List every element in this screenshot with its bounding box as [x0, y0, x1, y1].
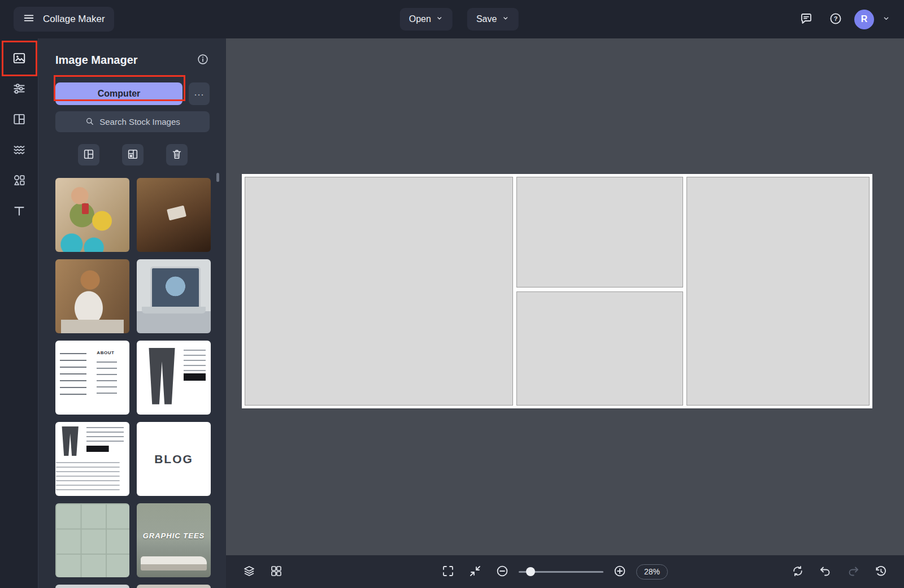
text-icon — [12, 203, 27, 220]
zoom-in-button[interactable] — [609, 561, 631, 582]
collage-cell-4[interactable] — [686, 177, 870, 406]
collage-cell-3[interactable] — [516, 291, 683, 406]
redo-button[interactable] — [842, 561, 864, 582]
save-button[interactable]: Save — [467, 8, 518, 31]
zoom-out-icon — [496, 564, 509, 580]
info-button[interactable] — [196, 53, 210, 67]
masonry-layout-icon — [127, 148, 139, 162]
topbar: Collage Maker Open Save — [0, 0, 904, 38]
search-icon — [85, 116, 94, 128]
avatar[interactable]: R — [854, 10, 874, 29]
rail-item-text[interactable] — [8, 200, 31, 223]
thumbnail-pants-product[interactable] — [137, 341, 211, 415]
reset-canvas-button[interactable] — [787, 561, 809, 582]
save-button-label: Save — [476, 14, 497, 24]
canvas-toolbar: 28% — [226, 555, 904, 588]
undo-button[interactable] — [815, 561, 836, 582]
rail-item-image-manager[interactable] — [8, 47, 31, 70]
help-button[interactable]: ? — [825, 8, 846, 30]
graphics-icon — [12, 173, 27, 189]
image-manager-panel: Image Manager Computer ··· Search — [38, 38, 226, 588]
thumbnail-green-tiles[interactable] — [55, 503, 129, 577]
file-actions: Open Save — [400, 8, 519, 31]
thumbnail-tees-label: GRAPHIC TEES — [137, 532, 211, 540]
app-menu-button[interactable]: Collage Maker — [14, 7, 114, 32]
thumbnail-partial-right[interactable] — [137, 585, 211, 588]
thumbnail-person-card[interactable] — [137, 178, 211, 252]
info-icon — [197, 53, 209, 67]
help-icon: ? — [829, 12, 842, 27]
canvas-area: 28% — [226, 38, 904, 588]
thumbnail-blog-label: BLOG — [154, 452, 193, 466]
thumbnail-policy-heading: ABOUT — [97, 350, 114, 355]
fit-screen-button[interactable] — [437, 561, 459, 582]
masonry-layout-button[interactable] — [122, 144, 144, 165]
image-list: ABOUT BLOG GRAPHIC TEES — [55, 178, 210, 588]
rail-item-edit-settings[interactable] — [8, 78, 31, 101]
thumbnail-partial-left[interactable] — [55, 585, 129, 588]
history-icon — [874, 564, 888, 580]
patterns-icon — [12, 142, 27, 159]
svg-text:?: ? — [834, 15, 838, 22]
fit-canvas-icon — [468, 564, 482, 580]
image-tools — [55, 144, 210, 165]
delete-button[interactable] — [166, 144, 188, 165]
collage-maker-app: Collage Maker Open Save — [0, 0, 904, 588]
grid-layout-icon — [82, 148, 95, 162]
zoom-slider[interactable] — [519, 567, 603, 577]
grid-layout-button[interactable] — [78, 144, 99, 165]
undo-icon — [819, 564, 832, 580]
account-chevron-icon[interactable] — [882, 14, 890, 25]
open-button-label: Open — [409, 14, 431, 24]
feedback-button[interactable] — [796, 8, 817, 30]
topbar-right: ? R — [796, 8, 890, 30]
grid-view-button[interactable] — [266, 561, 287, 582]
computer-source-button[interactable]: Computer — [55, 82, 182, 105]
zoom-out-button[interactable] — [492, 561, 513, 582]
fit-screen-icon — [441, 564, 455, 580]
redo-icon — [846, 564, 860, 580]
layouts-icon — [12, 112, 27, 128]
thumbnail-policy-page[interactable]: ABOUT — [55, 341, 129, 415]
collage-cell-1[interactable] — [245, 177, 513, 406]
zoom-slider-handle[interactable] — [526, 567, 535, 576]
thumbnail-woman-shopping[interactable] — [55, 178, 129, 252]
panel-scrollbar[interactable] — [216, 173, 219, 182]
reset-icon — [791, 564, 805, 580]
thumbnail-pants-article[interactable] — [55, 422, 129, 496]
layers-icon — [242, 564, 256, 580]
more-options-button[interactable]: ··· — [189, 82, 210, 105]
thumbnail-laptop-globe[interactable] — [137, 259, 211, 333]
fit-canvas-button[interactable] — [464, 561, 486, 582]
tool-rail — [0, 38, 38, 588]
thumbnail-blog-page[interactable]: BLOG — [137, 422, 211, 496]
chevron-down-icon — [436, 14, 444, 24]
rail-item-layouts[interactable] — [8, 108, 31, 131]
workspace: Image Manager Computer ··· Search — [0, 38, 904, 588]
feedback-icon — [799, 12, 813, 27]
app-title: Collage Maker — [43, 14, 105, 25]
thumbnail-woman-laptop-cafe[interactable] — [55, 259, 129, 333]
panel-title: Image Manager — [55, 54, 138, 67]
menu-icon[interactable] — [23, 12, 35, 27]
edit-settings-icon — [12, 81, 27, 98]
collage-cell-2[interactable] — [516, 177, 683, 288]
trash-icon — [171, 148, 183, 162]
open-button[interactable]: Open — [400, 8, 453, 31]
zoom-in-icon — [613, 564, 627, 580]
image-manager-icon — [12, 51, 27, 67]
search-placeholder: Search Stock Images — [99, 117, 180, 127]
search-input[interactable]: Search Stock Images — [55, 111, 210, 132]
layers-button[interactable] — [238, 561, 260, 582]
chevron-down-icon — [501, 14, 509, 24]
thumbnail-graphic-tees[interactable]: GRAPHIC TEES — [137, 503, 211, 577]
grid-view-icon — [270, 564, 283, 580]
collage-middle-column — [516, 177, 683, 406]
collage-canvas[interactable] — [242, 174, 872, 408]
rail-item-patterns[interactable] — [8, 139, 31, 162]
history-button[interactable] — [870, 561, 892, 582]
rail-item-graphics[interactable] — [8, 169, 31, 192]
zoom-percent[interactable]: 28% — [636, 564, 668, 580]
